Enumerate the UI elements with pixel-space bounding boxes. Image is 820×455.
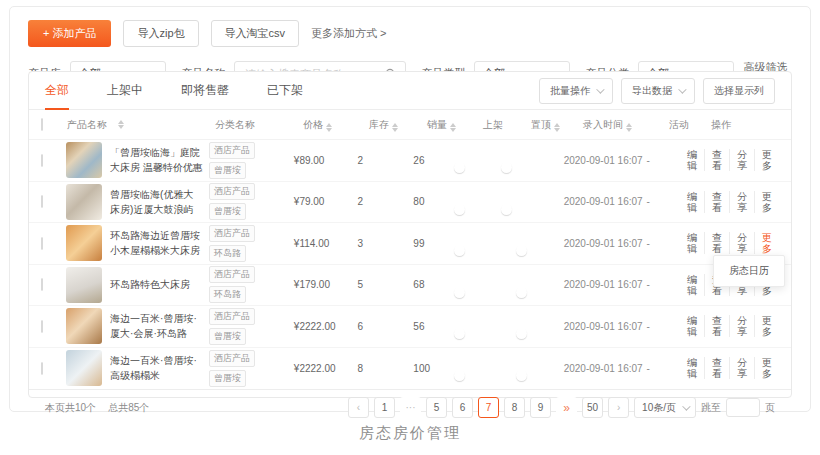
row-action-share[interactable]: 分享 bbox=[729, 315, 754, 337]
product-name-text[interactable]: 海边一百米·曾厝垵·厦大·会展·环岛路 bbox=[110, 311, 203, 341]
product-thumbnail[interactable] bbox=[66, 308, 102, 344]
chevron-down-icon bbox=[596, 85, 604, 93]
row-action-view[interactable]: 查看 bbox=[704, 357, 729, 379]
row-action-view[interactable]: 查看 bbox=[704, 149, 729, 171]
row-checkbox[interactable] bbox=[41, 320, 43, 333]
tab-all[interactable]: 全部 bbox=[45, 72, 69, 109]
row-checkbox[interactable] bbox=[41, 154, 43, 167]
import-zip-button[interactable]: 导入zip包 bbox=[123, 20, 198, 47]
jump-page-input[interactable] bbox=[726, 398, 760, 417]
stock-cell: 5 bbox=[357, 279, 413, 290]
row-action-share[interactable]: 分享 bbox=[729, 191, 754, 213]
import-taobao-csv-button[interactable]: 导入淘宝csv bbox=[211, 20, 300, 47]
row-action-share[interactable]: 分享 bbox=[729, 357, 754, 379]
page-number-button[interactable]: 8 bbox=[504, 397, 525, 418]
row-checkbox[interactable] bbox=[41, 278, 43, 291]
row-action-view[interactable]: 查看 bbox=[704, 315, 729, 337]
row-action-edit[interactable]: 编辑 bbox=[687, 149, 704, 171]
sort-icon[interactable] bbox=[554, 123, 560, 132]
row-action-more[interactable]: 更多 bbox=[754, 149, 779, 171]
export-data-label: 导出数据 bbox=[632, 84, 672, 98]
category-tag: 曾厝垵 bbox=[209, 162, 246, 179]
tab-on-shelf[interactable]: 上架中 bbox=[107, 72, 143, 109]
category-tag: 曾厝垵 bbox=[209, 203, 246, 220]
product-name-text[interactable]: 环岛路海边近曾厝垵小木屋榻榻米大床房 bbox=[110, 228, 203, 258]
product-thumbnail[interactable] bbox=[66, 142, 102, 178]
operations-cell: 编辑 查看 分享 更多 房态日历 bbox=[687, 315, 779, 337]
row-action-view[interactable]: 查看 bbox=[704, 191, 729, 213]
next-page-button[interactable]: › bbox=[608, 397, 629, 418]
row-action-more[interactable]: 更多 bbox=[754, 191, 779, 213]
operations-cell: 编辑 查看 分享 更多 房态日历 bbox=[687, 232, 779, 254]
page-size-select[interactable]: 10条/页 bbox=[634, 397, 696, 418]
table-body: 「曾厝垵临海」庭院大床房 温馨特价优惠 酒店产品 曾厝垵 ¥89.00 2 26… bbox=[29, 140, 791, 389]
row-action-edit[interactable]: 编辑 bbox=[687, 232, 704, 254]
page-number-button[interactable]: 6 bbox=[452, 397, 473, 418]
price-cell: ¥179.00 bbox=[294, 279, 358, 290]
select-columns-button[interactable]: 选择显示列 bbox=[703, 78, 775, 104]
stock-cell: 2 bbox=[357, 196, 413, 207]
select-all-checkbox[interactable] bbox=[41, 118, 43, 131]
product-name-cell: 海边一百米·曾厝垵·厦大·会展·环岛路 bbox=[66, 308, 209, 344]
product-thumbnail[interactable] bbox=[66, 267, 102, 303]
row-action-more[interactable]: 更多 bbox=[754, 357, 779, 379]
page-number-button[interactable]: 5 bbox=[426, 397, 447, 418]
sort-icon[interactable] bbox=[626, 123, 632, 132]
export-data-button[interactable]: 导出数据 bbox=[621, 78, 695, 104]
row-action-edit[interactable]: 编辑 bbox=[687, 274, 704, 296]
chevron-down-icon bbox=[678, 85, 686, 93]
page-title: 房态房价管理 bbox=[0, 424, 820, 443]
tab-selling-out[interactable]: 即将售罄 bbox=[181, 72, 229, 109]
page-number-button[interactable]: 1 bbox=[374, 397, 395, 418]
header-pinned[interactable]: 置顶 bbox=[531, 118, 583, 132]
row-checkbox[interactable] bbox=[41, 237, 43, 250]
row-action-share[interactable]: 分享 bbox=[729, 149, 754, 171]
page-number-button[interactable]: 7 bbox=[478, 397, 499, 418]
row-checkbox[interactable] bbox=[41, 195, 43, 208]
add-product-button[interactable]: + 添加产品 bbox=[28, 20, 111, 47]
sort-icon[interactable] bbox=[392, 123, 398, 132]
category-tag: 环岛路 bbox=[209, 286, 246, 303]
header-entry-time[interactable]: 录入时间 bbox=[583, 118, 669, 132]
room-calendar-popup[interactable]: 房态日历 bbox=[713, 255, 785, 287]
batch-operation-button[interactable]: 批量操作 bbox=[539, 78, 613, 104]
product-thumbnail[interactable] bbox=[66, 184, 102, 220]
row-checkbox[interactable] bbox=[41, 362, 43, 375]
row-action-more[interactable]: 更多 bbox=[754, 232, 779, 254]
batch-operation-label: 批量操作 bbox=[550, 84, 590, 98]
row-action-share[interactable]: 分享 bbox=[729, 232, 754, 254]
row-action-view[interactable]: 查看 bbox=[704, 232, 729, 254]
product-thumbnail[interactable] bbox=[66, 225, 102, 261]
pagination: ‹ 1···56789»50 › 10条/页 跳至 页 bbox=[348, 397, 775, 418]
page-size-value: 10条/页 bbox=[642, 401, 676, 415]
product-thumbnail[interactable] bbox=[66, 350, 102, 386]
row-action-more[interactable]: 更多 bbox=[754, 315, 779, 337]
tab-off-shelf[interactable]: 已下架 bbox=[267, 72, 303, 109]
product-name-text[interactable]: 海边一百米·曾厝垵·高级榻榻米 bbox=[110, 353, 203, 383]
row-action-edit[interactable]: 编辑 bbox=[687, 357, 704, 379]
page-number-button[interactable]: 50 bbox=[582, 397, 603, 418]
page-number-button[interactable]: 9 bbox=[530, 397, 551, 418]
product-name-text[interactable]: 曾厝垵临海(优雅大床房)近厦大鼓浪屿 bbox=[110, 187, 203, 217]
table-row: 海边一百米·曾厝垵·厦大·会展·环岛路 酒店产品 曾厝垵 ¥2222.00 6 … bbox=[29, 306, 791, 348]
row-action-edit[interactable]: 编辑 bbox=[687, 191, 704, 213]
header-product-name[interactable]: 产品名称 bbox=[67, 118, 215, 132]
prev-page-button[interactable]: ‹ bbox=[348, 397, 369, 418]
forward-pages-button[interactable]: » bbox=[556, 397, 577, 418]
header-price[interactable]: 价格 bbox=[303, 118, 369, 132]
activity-cell: - bbox=[647, 279, 687, 290]
category-tag: 曾厝垵 bbox=[209, 370, 246, 387]
category-tag: 酒店产品 bbox=[209, 142, 255, 159]
header-sales[interactable]: 销量 bbox=[427, 118, 483, 132]
product-name-text[interactable]: 环岛路特色大床房 bbox=[110, 277, 190, 292]
sort-icon[interactable] bbox=[326, 123, 332, 132]
category-cell: 酒店产品 曾厝垵 bbox=[209, 308, 294, 345]
sort-icon[interactable] bbox=[118, 120, 124, 129]
sort-icon[interactable] bbox=[450, 123, 456, 132]
more-add-methods-link[interactable]: 更多添加方式 > bbox=[311, 26, 386, 41]
product-name-text[interactable]: 「曾厝垵临海」庭院大床房 温馨特价优惠 bbox=[110, 145, 203, 175]
row-action-edit[interactable]: 编辑 bbox=[687, 315, 704, 337]
jump-suffix: 页 bbox=[765, 401, 775, 415]
header-stock[interactable]: 库存 bbox=[369, 118, 427, 132]
category-tag: 酒店产品 bbox=[209, 225, 255, 242]
